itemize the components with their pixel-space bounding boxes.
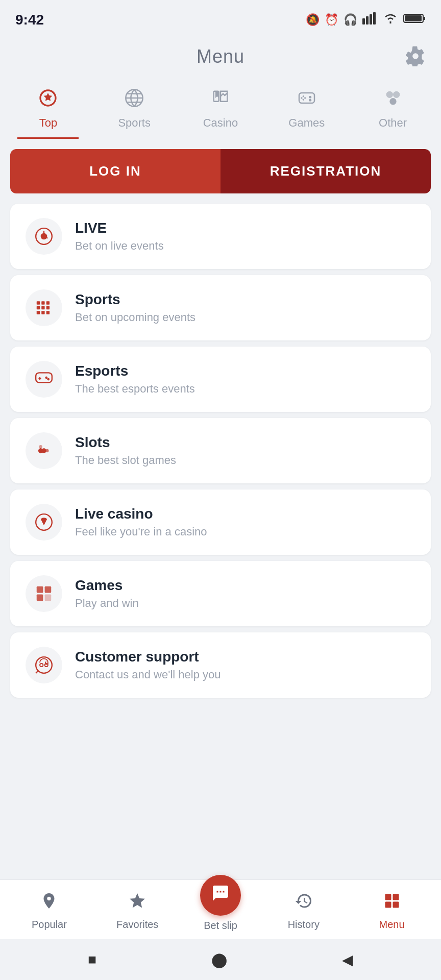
betslip-icon: [211, 884, 230, 907]
sports-icon: [124, 88, 144, 112]
svg-rect-38: [45, 595, 52, 601]
auth-buttons: LOG IN REGISTRATION: [10, 149, 431, 193]
nav-betslip[interactable]: Bet slip: [200, 890, 241, 932]
svg-rect-27: [46, 306, 50, 309]
tab-other-label: Other: [379, 116, 407, 130]
menu-item-slots[interactable]: Slots The best slot games: [10, 418, 431, 483]
games-icon: [297, 88, 317, 112]
svg-rect-2: [370, 14, 372, 24]
android-circle[interactable]: ⬤: [211, 951, 227, 968]
svg-rect-35: [37, 586, 43, 593]
svg-rect-41: [385, 894, 391, 900]
svg-point-29: [45, 376, 47, 379]
settings-button[interactable]: [405, 46, 426, 68]
livecasino-title: Live casino: [75, 506, 207, 522]
svg-point-39: [40, 664, 43, 667]
nav-menu-label: Menu: [379, 919, 405, 930]
svg-point-18: [389, 98, 396, 105]
svg-rect-24: [41, 306, 44, 309]
svg-rect-36: [45, 586, 52, 593]
menu-item-games[interactable]: Games Play and win: [10, 561, 431, 626]
svg-point-16: [386, 91, 393, 98]
wifi-icon: [383, 12, 398, 28]
registration-button[interactable]: REGISTRATION: [220, 149, 431, 193]
slots-title: Slots: [75, 434, 176, 451]
battery-icon: [403, 12, 426, 28]
svg-point-13: [304, 97, 306, 99]
status-icons: 🔕 ⏰ 🎧: [306, 12, 426, 28]
customersupport-icon-wrap: [26, 647, 62, 683]
svg-rect-3: [373, 12, 376, 24]
header: Menu: [0, 36, 441, 78]
customersupport-title: Customer support: [75, 649, 220, 665]
signal-icon: [362, 12, 378, 28]
esports-subtitle: The best esports events: [75, 382, 195, 396]
games-title: Games: [75, 577, 139, 594]
nav-favorites-label: Favorites: [116, 919, 158, 930]
svg-point-34: [45, 449, 48, 452]
svg-rect-0: [362, 18, 365, 24]
android-square[interactable]: ■: [88, 951, 96, 968]
esports-title: Esports: [75, 363, 195, 379]
svg-point-30: [47, 378, 50, 381]
tab-casino[interactable]: Casino: [190, 83, 251, 139]
casino-icon: [210, 88, 231, 112]
nav-history[interactable]: History: [278, 892, 329, 930]
menu-list: LIVE Bet on live events Sports Bet on up…: [0, 204, 441, 704]
svg-rect-25: [41, 311, 44, 314]
status-time: 9:42: [15, 12, 44, 28]
bottom-nav: Popular Favorites Bet slip History: [0, 879, 441, 939]
sports-icon-wrap: [26, 289, 62, 326]
nav-menu[interactable]: Menu: [366, 892, 418, 930]
sports-subtitle: Bet on upcoming events: [75, 311, 195, 324]
popular-icon: [40, 892, 58, 915]
games-icon-wrap: [26, 575, 62, 612]
svg-rect-43: [385, 901, 391, 908]
svg-rect-22: [37, 311, 40, 314]
alarm-icon: ⏰: [325, 13, 338, 27]
nav-popular[interactable]: Popular: [23, 892, 75, 930]
nav-favorites[interactable]: Favorites: [112, 892, 163, 930]
svg-rect-6: [405, 15, 422, 21]
svg-point-12: [301, 97, 302, 99]
svg-rect-23: [41, 301, 44, 304]
tab-casino-label: Casino: [203, 116, 238, 130]
livecasino-icon-wrap: [26, 504, 62, 541]
live-subtitle: Bet on live events: [75, 239, 164, 253]
tab-top[interactable]: Top: [17, 83, 79, 139]
menu-item-customersupport[interactable]: Customer support Contact us and we'll he…: [10, 632, 431, 698]
slots-subtitle: The best slot games: [75, 454, 176, 467]
svg-point-17: [393, 91, 400, 98]
svg-rect-44: [393, 901, 399, 908]
nav-history-label: History: [288, 919, 320, 930]
svg-rect-26: [46, 301, 50, 304]
betslip-button[interactable]: [200, 875, 241, 916]
svg-point-32: [39, 445, 42, 448]
other-icon: [383, 88, 403, 112]
menu-item-sports[interactable]: Sports Bet on upcoming events: [10, 275, 431, 340]
customersupport-subtitle: Contact us and we'll help you: [75, 668, 220, 681]
tab-games[interactable]: Games: [276, 83, 337, 139]
svg-rect-37: [37, 595, 43, 601]
history-icon: [295, 892, 313, 915]
svg-point-40: [45, 664, 48, 667]
status-bar: 9:42 🔕 ⏰ 🎧: [0, 0, 441, 36]
svg-rect-5: [423, 17, 425, 20]
sports-title: Sports: [75, 291, 195, 308]
favorites-icon: [128, 892, 146, 915]
menu-item-live[interactable]: LIVE Bet on live events: [10, 204, 431, 269]
tab-sports-label: Sports: [118, 116, 151, 130]
login-button[interactable]: LOG IN: [10, 149, 220, 193]
mute-icon: 🔕: [306, 13, 320, 27]
menu-item-livecasino[interactable]: Live casino Feel like you're in a casino: [10, 489, 431, 555]
android-nav: ■ ⬤ ◀: [0, 939, 441, 980]
svg-rect-21: [37, 306, 40, 309]
svg-point-15: [309, 99, 311, 102]
tab-other[interactable]: Other: [362, 83, 424, 139]
tab-top-label: Top: [39, 116, 57, 130]
tab-games-label: Games: [288, 116, 325, 130]
menu-item-esports[interactable]: Esports The best esports events: [10, 347, 431, 412]
tab-sports[interactable]: Sports: [104, 83, 165, 139]
svg-point-10: [302, 95, 304, 97]
android-back[interactable]: ◀: [342, 951, 353, 968]
